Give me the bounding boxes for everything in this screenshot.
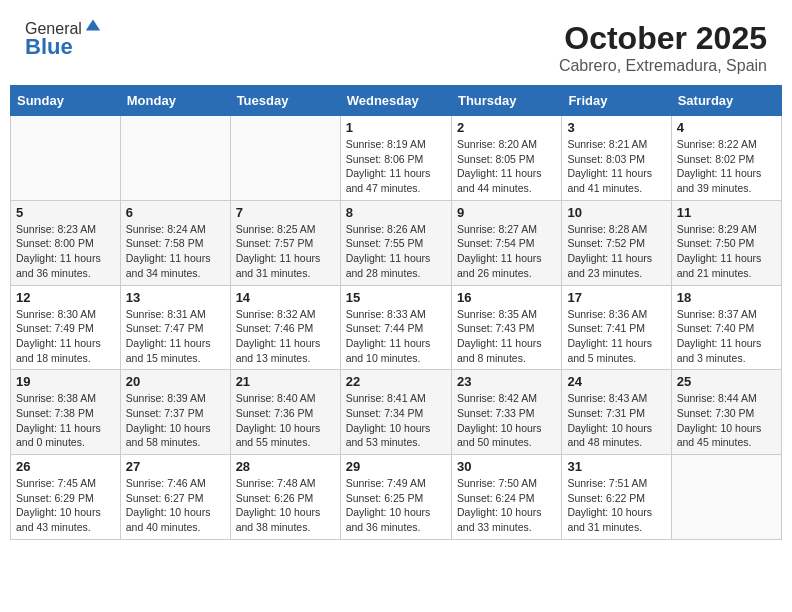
day-info: Sunrise: 8:24 AM xyxy=(126,222,225,237)
day-number: 17 xyxy=(567,290,665,305)
day-number: 22 xyxy=(346,374,446,389)
page-subtitle: Cabrero, Extremadura, Spain xyxy=(559,57,767,75)
calendar-day-cell: 10Sunrise: 8:28 AMSunset: 7:52 PMDayligh… xyxy=(562,200,671,285)
calendar-day-cell: 3Sunrise: 8:21 AMSunset: 8:03 PMDaylight… xyxy=(562,116,671,201)
day-info: Sunrise: 8:25 AM xyxy=(236,222,335,237)
day-info: Sunrise: 8:29 AM xyxy=(677,222,776,237)
calendar-day-cell: 28Sunrise: 7:48 AMSunset: 6:26 PMDayligh… xyxy=(230,455,340,540)
calendar-day-cell: 6Sunrise: 8:24 AMSunset: 7:58 PMDaylight… xyxy=(120,200,230,285)
day-info: Sunrise: 7:51 AM xyxy=(567,476,665,491)
day-info: Daylight: 10 hours and 58 minutes. xyxy=(126,421,225,450)
calendar-day-cell: 4Sunrise: 8:22 AMSunset: 8:02 PMDaylight… xyxy=(671,116,781,201)
calendar-day-cell: 27Sunrise: 7:46 AMSunset: 6:27 PMDayligh… xyxy=(120,455,230,540)
calendar-day-cell: 23Sunrise: 8:42 AMSunset: 7:33 PMDayligh… xyxy=(451,370,561,455)
day-number: 9 xyxy=(457,205,556,220)
day-info: Sunset: 7:38 PM xyxy=(16,406,115,421)
day-info: Daylight: 10 hours and 43 minutes. xyxy=(16,505,115,534)
day-number: 27 xyxy=(126,459,225,474)
calendar-day-header: Saturday xyxy=(671,86,781,116)
day-info: Daylight: 11 hours and 26 minutes. xyxy=(457,251,556,280)
day-info: Sunset: 8:05 PM xyxy=(457,152,556,167)
calendar-day-cell: 14Sunrise: 8:32 AMSunset: 7:46 PMDayligh… xyxy=(230,285,340,370)
day-info: Daylight: 11 hours and 39 minutes. xyxy=(677,166,776,195)
day-number: 5 xyxy=(16,205,115,220)
day-info: Sunset: 7:49 PM xyxy=(16,321,115,336)
day-number: 24 xyxy=(567,374,665,389)
day-info: Sunset: 6:26 PM xyxy=(236,491,335,506)
calendar-table: SundayMondayTuesdayWednesdayThursdayFrid… xyxy=(10,85,782,540)
day-info: Sunset: 8:00 PM xyxy=(16,236,115,251)
calendar-day-cell: 7Sunrise: 8:25 AMSunset: 7:57 PMDaylight… xyxy=(230,200,340,285)
day-number: 19 xyxy=(16,374,115,389)
day-info: Sunset: 6:24 PM xyxy=(457,491,556,506)
day-number: 2 xyxy=(457,120,556,135)
day-number: 20 xyxy=(126,374,225,389)
calendar-week-row: 12Sunrise: 8:30 AMSunset: 7:49 PMDayligh… xyxy=(11,285,782,370)
day-info: Sunset: 7:36 PM xyxy=(236,406,335,421)
day-number: 28 xyxy=(236,459,335,474)
day-number: 29 xyxy=(346,459,446,474)
day-info: Sunrise: 7:48 AM xyxy=(236,476,335,491)
day-number: 14 xyxy=(236,290,335,305)
day-number: 25 xyxy=(677,374,776,389)
day-number: 23 xyxy=(457,374,556,389)
day-info: Sunset: 7:30 PM xyxy=(677,406,776,421)
day-info: Sunset: 7:55 PM xyxy=(346,236,446,251)
day-info: Sunset: 7:52 PM xyxy=(567,236,665,251)
day-info: Daylight: 10 hours and 48 minutes. xyxy=(567,421,665,450)
day-info: Sunset: 7:37 PM xyxy=(126,406,225,421)
day-info: Sunset: 7:44 PM xyxy=(346,321,446,336)
day-info: Sunrise: 7:49 AM xyxy=(346,476,446,491)
day-info: Daylight: 11 hours and 15 minutes. xyxy=(126,336,225,365)
calendar-day-header: Sunday xyxy=(11,86,121,116)
day-info: Sunrise: 7:45 AM xyxy=(16,476,115,491)
day-info: Sunrise: 8:31 AM xyxy=(126,307,225,322)
day-number: 12 xyxy=(16,290,115,305)
day-info: Sunset: 8:02 PM xyxy=(677,152,776,167)
day-info: Sunset: 7:57 PM xyxy=(236,236,335,251)
calendar-day-cell xyxy=(120,116,230,201)
day-info: Sunrise: 8:40 AM xyxy=(236,391,335,406)
title-block: October 2025 Cabrero, Extremadura, Spain xyxy=(559,20,767,75)
day-info: Sunset: 7:46 PM xyxy=(236,321,335,336)
day-info: Sunrise: 8:32 AM xyxy=(236,307,335,322)
day-info: Sunset: 7:34 PM xyxy=(346,406,446,421)
calendar-day-cell: 9Sunrise: 8:27 AMSunset: 7:54 PMDaylight… xyxy=(451,200,561,285)
day-number: 4 xyxy=(677,120,776,135)
calendar-day-header: Tuesday xyxy=(230,86,340,116)
calendar-day-cell: 5Sunrise: 8:23 AMSunset: 8:00 PMDaylight… xyxy=(11,200,121,285)
calendar-day-cell: 15Sunrise: 8:33 AMSunset: 7:44 PMDayligh… xyxy=(340,285,451,370)
day-info: Sunset: 7:40 PM xyxy=(677,321,776,336)
logo: General Blue xyxy=(25,20,102,60)
day-info: Sunset: 7:58 PM xyxy=(126,236,225,251)
day-info: Daylight: 11 hours and 36 minutes. xyxy=(16,251,115,280)
day-info: Daylight: 11 hours and 41 minutes. xyxy=(567,166,665,195)
day-info: Daylight: 11 hours and 8 minutes. xyxy=(457,336,556,365)
day-number: 1 xyxy=(346,120,446,135)
day-number: 7 xyxy=(236,205,335,220)
day-info: Sunrise: 8:19 AM xyxy=(346,137,446,152)
day-info: Sunrise: 8:35 AM xyxy=(457,307,556,322)
calendar-day-cell: 30Sunrise: 7:50 AMSunset: 6:24 PMDayligh… xyxy=(451,455,561,540)
day-info: Sunset: 8:06 PM xyxy=(346,152,446,167)
day-info: Daylight: 11 hours and 44 minutes. xyxy=(457,166,556,195)
day-info: Daylight: 10 hours and 38 minutes. xyxy=(236,505,335,534)
day-info: Sunrise: 8:37 AM xyxy=(677,307,776,322)
day-info: Sunset: 6:29 PM xyxy=(16,491,115,506)
calendar-day-cell: 24Sunrise: 8:43 AMSunset: 7:31 PMDayligh… xyxy=(562,370,671,455)
svg-marker-0 xyxy=(86,20,100,31)
calendar-header-row: SundayMondayTuesdayWednesdayThursdayFrid… xyxy=(11,86,782,116)
day-info: Daylight: 10 hours and 45 minutes. xyxy=(677,421,776,450)
day-info: Daylight: 10 hours and 55 minutes. xyxy=(236,421,335,450)
day-info: Daylight: 11 hours and 13 minutes. xyxy=(236,336,335,365)
day-info: Daylight: 10 hours and 53 minutes. xyxy=(346,421,446,450)
calendar-day-cell xyxy=(671,455,781,540)
calendar-day-header: Wednesday xyxy=(340,86,451,116)
day-info: Daylight: 11 hours and 34 minutes. xyxy=(126,251,225,280)
day-info: Daylight: 11 hours and 10 minutes. xyxy=(346,336,446,365)
calendar-day-cell: 1Sunrise: 8:19 AMSunset: 8:06 PMDaylight… xyxy=(340,116,451,201)
day-number: 10 xyxy=(567,205,665,220)
calendar-day-cell: 31Sunrise: 7:51 AMSunset: 6:22 PMDayligh… xyxy=(562,455,671,540)
day-info: Sunset: 7:43 PM xyxy=(457,321,556,336)
day-number: 11 xyxy=(677,205,776,220)
